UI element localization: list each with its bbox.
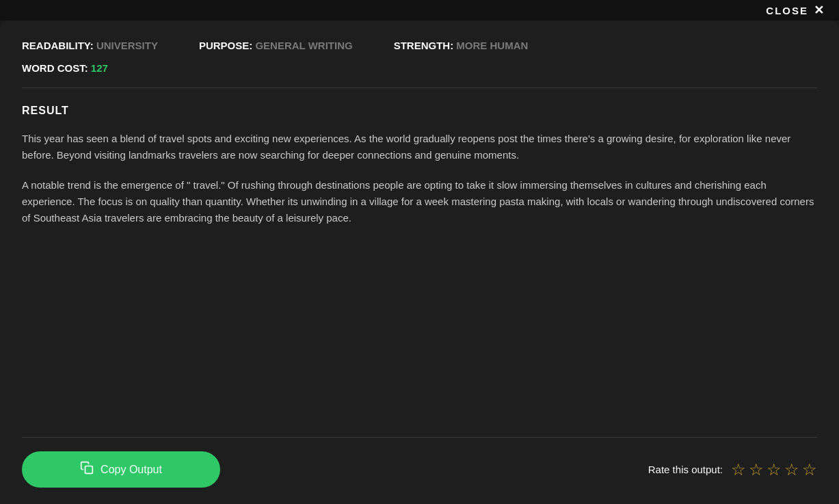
result-paragraph-1: This year has seen a blend of travel spo… bbox=[22, 131, 817, 163]
footer: Copy Output Rate this output: ☆ ☆ ☆ ☆ ☆ bbox=[22, 438, 817, 504]
star-2[interactable]: ☆ bbox=[749, 460, 764, 479]
copy-icon bbox=[80, 461, 94, 478]
purpose-value: GENERAL WRITING bbox=[255, 40, 352, 51]
star-1[interactable]: ☆ bbox=[731, 460, 746, 479]
strength-label: STRENGTH: bbox=[394, 40, 454, 51]
strength-value: MORE HUMAN bbox=[456, 40, 528, 51]
close-label: CLOSE bbox=[766, 5, 808, 16]
rating-label: Rate this output: bbox=[648, 464, 723, 475]
copy-output-button[interactable]: Copy Output bbox=[22, 451, 220, 488]
word-cost-value: 127 bbox=[91, 62, 108, 74]
readability-item: READABILITY: UNIVERSITY bbox=[22, 40, 158, 51]
star-5[interactable]: ☆ bbox=[802, 460, 817, 479]
top-bar: CLOSE ✕ bbox=[0, 0, 839, 21]
svg-rect-0 bbox=[85, 466, 93, 474]
readability-value: UNIVERSITY bbox=[96, 40, 158, 51]
word-cost-row: WORD COST: 127 bbox=[22, 62, 817, 74]
star-3[interactable]: ☆ bbox=[767, 460, 782, 479]
close-icon: ✕ bbox=[814, 3, 825, 18]
readability-label: READABILITY: bbox=[22, 40, 94, 51]
strength-item: STRENGTH: MORE HUMAN bbox=[394, 40, 529, 51]
meta-row: READABILITY: UNIVERSITY PURPOSE: GENERAL… bbox=[22, 40, 817, 51]
result-paragraph-2: A notable trend is the emergence of " tr… bbox=[22, 177, 817, 226]
main-panel: READABILITY: UNIVERSITY PURPOSE: GENERAL… bbox=[0, 21, 839, 504]
result-label: RESULT bbox=[22, 105, 817, 117]
star-rating[interactable]: ☆ ☆ ☆ ☆ ☆ bbox=[731, 460, 817, 479]
copy-output-label: Copy Output bbox=[101, 464, 162, 476]
top-divider bbox=[22, 88, 817, 88]
content-area: RESULT This year has seen a blend of tra… bbox=[22, 105, 817, 437]
purpose-label: PURPOSE: bbox=[199, 40, 252, 51]
word-cost-label: WORD COST: bbox=[22, 62, 88, 74]
rating-section: Rate this output: ☆ ☆ ☆ ☆ ☆ bbox=[648, 460, 817, 479]
star-4[interactable]: ☆ bbox=[784, 460, 799, 479]
purpose-item: PURPOSE: GENERAL WRITING bbox=[199, 40, 353, 51]
close-button[interactable]: CLOSE ✕ bbox=[766, 3, 825, 18]
